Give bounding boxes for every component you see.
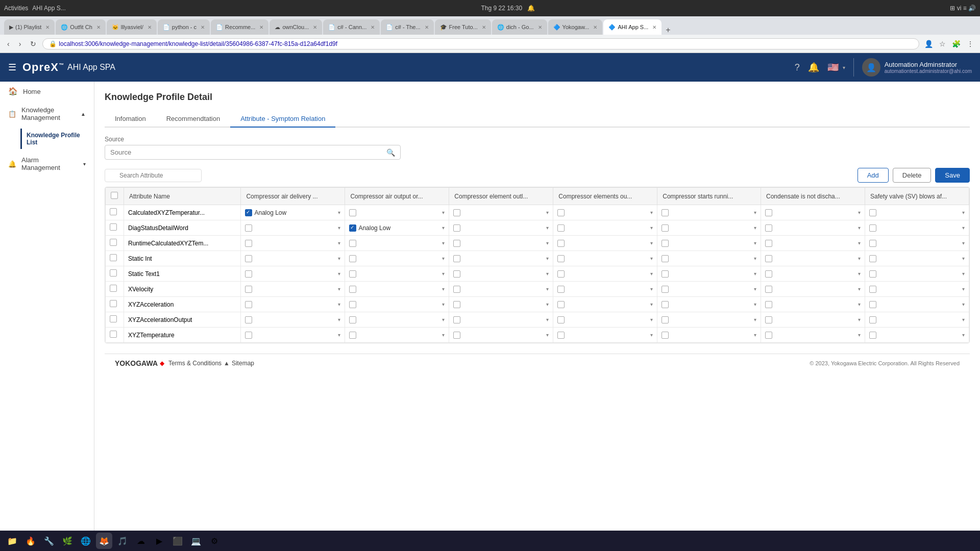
url-bar[interactable]: 🔒 localhost:3006/knowledge-management/kn… (42, 38, 919, 49)
row-0-col1-checkbox[interactable] (245, 209, 252, 216)
row-1-col6-dropdown-arrow[interactable]: ▾ (858, 225, 861, 231)
row-6-col2-dropdown-arrow[interactable]: ▾ (442, 302, 445, 307)
row-6-select-checkbox[interactable] (110, 300, 117, 307)
tab-9-close[interactable]: ✕ (482, 24, 486, 30)
row-2-col6-dropdown-arrow[interactable]: ▾ (858, 240, 861, 246)
tab-7-close[interactable]: ✕ (371, 24, 375, 30)
row-5-select-checkbox[interactable] (110, 285, 117, 292)
tab-recommendation[interactable]: Recommendtation (156, 111, 231, 128)
row-1-col7-checkbox[interactable] (869, 224, 876, 232)
row-0-col3-checkbox[interactable] (453, 209, 460, 216)
hamburger-menu[interactable]: ☰ (8, 62, 16, 73)
row-1-col5-checkbox[interactable] (662, 224, 669, 232)
row-6-col3-checkbox[interactable] (453, 301, 460, 308)
row-6-col3-dropdown-arrow[interactable]: ▾ (546, 302, 549, 307)
extensions-icon[interactable]: 🧩 (950, 38, 963, 50)
row-3-col6-dropdown-arrow[interactable]: ▾ (858, 256, 861, 261)
row-2-col1-checkbox[interactable] (245, 240, 252, 247)
row-0-select-checkbox[interactable] (110, 208, 117, 215)
row-8-col2-dropdown-arrow[interactable]: ▾ (442, 332, 445, 338)
row-6-col6-dropdown-arrow[interactable]: ▾ (858, 302, 861, 307)
row-7-col7-checkbox[interactable] (869, 316, 876, 323)
row-8-col7-dropdown-arrow[interactable]: ▾ (962, 332, 965, 338)
taskbar-icon-web[interactable]: 🌐 (78, 533, 94, 549)
row-4-col2-dropdown-arrow[interactable]: ▾ (442, 271, 445, 277)
sidebar-item-knowledge-profile-list[interactable]: Knowledge Profile List (20, 129, 94, 149)
row-4-col7-checkbox[interactable] (869, 270, 876, 278)
row-4-col7-dropdown-arrow[interactable]: ▾ (962, 271, 965, 277)
taskbar-icon-fire[interactable]: 🔥 (22, 533, 39, 549)
tab-1[interactable]: ▶ (1) Playlist ✕ (4, 19, 55, 35)
tab-3-close[interactable]: ✕ (148, 24, 152, 30)
row-7-col6-checkbox[interactable] (765, 316, 772, 323)
row-5-col7-dropdown-arrow[interactable]: ▾ (962, 286, 965, 292)
row-1-col2-dropdown-arrow[interactable]: ▾ (442, 225, 445, 231)
row-8-col7-checkbox[interactable] (869, 332, 876, 339)
flag-icon[interactable]: 🇺🇸 (827, 62, 839, 73)
taskbar-icon-media[interactable]: ▶ (151, 533, 167, 549)
taskbar-icon-apps[interactable]: ⚙ (206, 533, 223, 549)
row-7-col2-dropdown-arrow[interactable]: ▾ (442, 317, 445, 322)
tab-2[interactable]: 🌐 Outfit Ch ✕ (56, 19, 105, 35)
tab-10[interactable]: 🌐 dich - Go... ✕ (492, 19, 547, 35)
row-3-col1-checkbox[interactable] (245, 255, 252, 262)
row-8-col2-checkbox[interactable] (349, 332, 356, 339)
row-5-col5-dropdown-arrow[interactable]: ▾ (754, 286, 756, 292)
row-1-col1-dropdown-arrow[interactable]: ▾ (338, 225, 340, 231)
tab-5[interactable]: 📄 Recomme... ✕ (211, 19, 268, 35)
row-3-col7-dropdown-arrow[interactable]: ▾ (962, 256, 965, 261)
row-8-col3-dropdown-arrow[interactable]: ▾ (546, 332, 549, 338)
tab-3[interactable]: 🐱 lllyasviel/ ✕ (107, 19, 157, 35)
row-3-col7-checkbox[interactable] (869, 255, 876, 262)
tab-5-close[interactable]: ✕ (259, 24, 263, 30)
flag-dropdown[interactable]: ▾ (843, 65, 845, 70)
taskbar-icon-tools[interactable]: 🔧 (41, 533, 57, 549)
tab-4-close[interactable]: ✕ (201, 24, 205, 30)
row-0-col2-checkbox[interactable] (349, 209, 356, 216)
row-5-col1-checkbox[interactable] (245, 286, 252, 293)
row-2-col7-checkbox[interactable] (869, 240, 876, 247)
row-7-col3-dropdown-arrow[interactable]: ▾ (546, 317, 549, 322)
row-7-col4-dropdown-arrow[interactable]: ▾ (650, 317, 653, 322)
tab-2-close[interactable]: ✕ (96, 24, 101, 30)
taskbar-icon-screen[interactable]: 💻 (188, 533, 204, 549)
row-5-col7-checkbox[interactable] (869, 286, 876, 293)
row-5-col2-dropdown-arrow[interactable]: ▾ (442, 286, 445, 292)
tab-9[interactable]: 🎓 Free Tuto... ✕ (435, 19, 491, 35)
row-8-col6-checkbox[interactable] (765, 332, 772, 339)
row-7-col5-dropdown-arrow[interactable]: ▾ (754, 317, 756, 322)
row-7-col4-checkbox[interactable] (557, 316, 565, 323)
row-6-col4-checkbox[interactable] (557, 301, 565, 308)
row-8-col1-dropdown-arrow[interactable]: ▾ (338, 332, 340, 338)
row-0-col6-checkbox[interactable] (765, 209, 772, 216)
row-0-col7-checkbox[interactable] (869, 209, 876, 216)
row-0-col3-dropdown-arrow[interactable]: ▾ (546, 210, 549, 215)
profile-icon[interactable]: 👤 (922, 38, 935, 50)
sidebar-item-home[interactable]: 🏠 Home (0, 82, 94, 101)
row-7-col3-checkbox[interactable] (453, 316, 460, 323)
row-2-col2-checkbox[interactable] (349, 240, 356, 247)
row-6-col6-checkbox[interactable] (765, 301, 772, 308)
row-4-col3-dropdown-arrow[interactable]: ▾ (546, 271, 549, 277)
delete-button[interactable]: Delete (893, 168, 932, 183)
new-tab-button[interactable]: + (663, 26, 673, 35)
row-8-col4-checkbox[interactable] (557, 332, 565, 339)
row-6-col1-dropdown-arrow[interactable]: ▾ (338, 302, 340, 307)
row-1-col2-checkbox[interactable] (349, 224, 356, 232)
row-3-col5-checkbox[interactable] (662, 255, 669, 262)
row-2-col2-dropdown-arrow[interactable]: ▾ (442, 240, 445, 246)
row-3-col1-dropdown-arrow[interactable]: ▾ (338, 256, 340, 261)
row-4-col6-checkbox[interactable] (765, 270, 772, 278)
add-button[interactable]: Add (857, 168, 889, 183)
row-6-col4-dropdown-arrow[interactable]: ▾ (650, 302, 653, 307)
source-input[interactable] (105, 145, 401, 160)
row-7-col6-dropdown-arrow[interactable]: ▾ (858, 317, 861, 322)
row-2-col3-dropdown-arrow[interactable]: ▾ (546, 240, 549, 246)
tab-attribute-symptom[interactable]: Attribute - Symptom Relation (230, 111, 335, 128)
row-0-col4-dropdown-arrow[interactable]: ▾ (650, 210, 653, 215)
row-0-col5-checkbox[interactable] (662, 209, 669, 216)
row-3-col2-checkbox[interactable] (349, 255, 356, 262)
row-8-col5-dropdown-arrow[interactable]: ▾ (754, 332, 756, 338)
notification-bell-icon[interactable]: 🔔 (808, 62, 819, 73)
terms-expand-icon[interactable]: ▲ (224, 360, 230, 367)
